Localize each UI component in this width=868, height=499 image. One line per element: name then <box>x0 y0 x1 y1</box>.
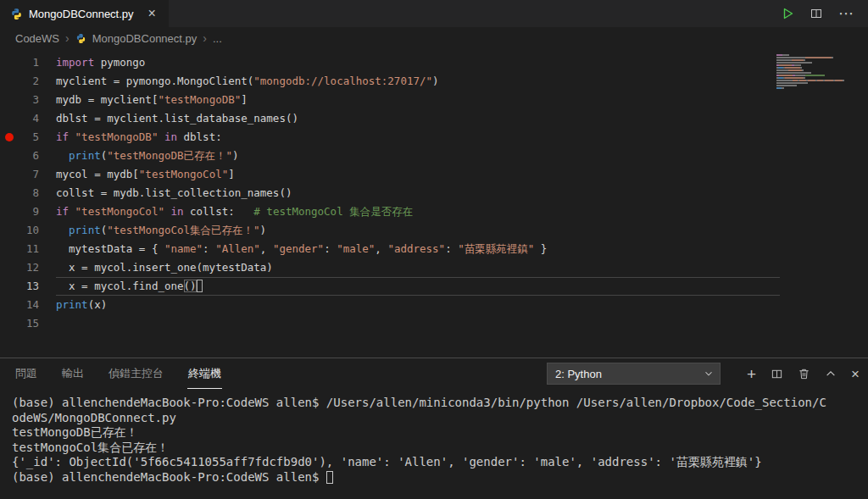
split-editor-button[interactable] <box>810 7 823 20</box>
new-terminal-button[interactable]: + <box>747 366 756 382</box>
vscode-window: MongoDBConnect.py × ⋯ CodeWS › MongoDBCo… <box>0 0 868 499</box>
line-gutter[interactable]: 7 <box>0 165 56 184</box>
code-token: collst = mydb.list_collection_names() <box>56 186 292 199</box>
line-gutter[interactable]: 8 <box>0 184 56 202</box>
code-line-text[interactable]: x = mycol.find_one() <box>56 277 780 296</box>
code-token: "testMongoCol" <box>75 205 164 218</box>
tab-close-icon[interactable]: × <box>148 7 156 20</box>
kill-terminal-button[interactable] <box>798 367 810 380</box>
line-gutter[interactable]: 14 <box>0 296 56 314</box>
code-line-text[interactable]: mydb = myclient["testMongoDB"] <box>56 91 780 109</box>
code-line-8[interactable]: 8collst = mydb.list_collection_names() <box>0 184 868 202</box>
terminal-picker-dropdown[interactable]: 2: Python <box>547 363 721 385</box>
line-gutter[interactable]: 11 <box>0 240 56 258</box>
code-token: ] <box>228 168 235 180</box>
maximize-panel-button[interactable] <box>825 368 837 380</box>
code-line-4[interactable]: 4dblst = myclient.list_database_names() <box>0 109 868 128</box>
terminal-output[interactable]: (base) allenchendeMacBook-Pro:CodeWS all… <box>0 389 868 485</box>
breadcrumb-item-file[interactable]: MongoDBConnect.py <box>92 32 198 45</box>
code-line-text[interactable]: x = mycol.insert_one(mytestData) <box>56 258 780 277</box>
code-line-text[interactable]: myclient = pymongo.MongoClient("mongodb:… <box>56 72 780 91</box>
line-gutter[interactable]: 13 <box>0 277 56 296</box>
panel-tab-debug-console[interactable]: 偵錯主控台 <box>108 358 164 389</box>
code-line-text[interactable]: print("testMongoCol集合已存在！") <box>56 221 780 240</box>
code-token: ) <box>232 149 239 162</box>
line-number: 4 <box>32 112 39 125</box>
more-actions-button[interactable]: ⋯ <box>838 4 854 23</box>
line-gutter[interactable]: 12 <box>0 258 56 277</box>
line-gutter[interactable]: 5 <box>0 128 56 147</box>
panel-tab-terminal[interactable]: 終端機 <box>187 358 222 389</box>
code-token: } <box>534 242 547 255</box>
editor-tab-bar: MongoDBConnect.py × ⋯ <box>0 0 868 27</box>
code-line-15[interactable]: 15 <box>0 314 868 333</box>
panel-tab-problems[interactable]: 問題 <box>14 358 38 389</box>
line-number: 11 <box>26 242 39 255</box>
minimap-line <box>776 59 861 61</box>
line-gutter[interactable]: 10 <box>0 221 56 240</box>
code-line-text[interactable]: mytestData = { "name": "Allen", "gender"… <box>56 240 780 258</box>
minimap-line <box>776 72 861 74</box>
code-token: mydb = myclient[ <box>56 93 158 106</box>
tab-mongodbconnect[interactable]: MongoDBConnect.py × <box>0 0 170 27</box>
code-line-11[interactable]: 11 mytestData = { "name": "Allen", "gend… <box>0 240 868 258</box>
split-terminal-button[interactable] <box>771 368 783 380</box>
code-line-text[interactable]: mycol = mydb["testMongoCol"] <box>56 165 780 184</box>
code-editor[interactable]: 1import pymongo2myclient = pymongo.Mongo… <box>0 49 868 358</box>
breadcrumb-item-folder[interactable]: CodeWS <box>15 32 59 45</box>
line-gutter[interactable]: 4 <box>0 109 56 128</box>
breakpoint-icon[interactable] <box>5 133 14 141</box>
breadcrumb-item-more[interactable]: ... <box>213 32 222 45</box>
code-line-text[interactable]: import pymongo <box>56 53 780 72</box>
code-token: , <box>260 242 273 255</box>
line-gutter[interactable]: 2 <box>0 72 56 91</box>
code-token: ) <box>432 75 439 87</box>
code-line-7[interactable]: 7mycol = mydb["testMongoCol"] <box>0 165 868 184</box>
close-panel-button[interactable]: × <box>851 367 860 381</box>
code-line-text[interactable]: if "testMongoCol" in collst: # testMongo… <box>56 202 780 221</box>
code-token: "testMongoDB" <box>158 93 241 106</box>
line-gutter[interactable]: 9 <box>0 202 56 221</box>
code-line-12[interactable]: 12 x = mycol.insert_one(mytestData) <box>0 258 868 277</box>
code-token: "Allen" <box>215 242 260 255</box>
code-line-3[interactable]: 3mydb = myclient["testMongoDB"] <box>0 91 868 109</box>
code-line-6[interactable]: 6 print("testMongoDB已存在！") <box>0 147 868 165</box>
run-button[interactable] <box>781 7 794 20</box>
code-line-text[interactable]: collst = mydb.list_collection_names() <box>56 184 780 202</box>
line-gutter[interactable]: 3 <box>0 91 56 109</box>
code-token: mycol = mydb[ <box>56 168 139 180</box>
line-gutter[interactable]: 15 <box>0 314 56 333</box>
minimap-line <box>776 82 861 84</box>
code-line-1[interactable]: 1import pymongo <box>0 53 868 72</box>
code-line-13[interactable]: 13 x = mycol.find_one() <box>0 277 868 296</box>
code-token: mytestData = { <box>56 242 164 255</box>
bottom-panel: 問題輸出偵錯主控台終端機 2: Python + <box>0 358 868 499</box>
line-gutter[interactable]: 6 <box>0 147 56 165</box>
line-gutter[interactable]: 1 <box>0 53 56 72</box>
code-token: "address" <box>387 242 445 255</box>
code-line-text[interactable]: if "testMongoDB" in dblst: <box>56 128 780 147</box>
code-line-14[interactable]: 14print(x) <box>0 296 868 314</box>
code-line-text[interactable]: print("testMongoDB已存在！") <box>56 147 780 165</box>
code-token: # testMongoCol 集合是否存在 <box>253 205 413 218</box>
panel-tab-output[interactable]: 輸出 <box>61 358 85 389</box>
code-line-9[interactable]: 9if "testMongoCol" in collst: # testMong… <box>0 202 868 221</box>
code-token: in <box>158 130 177 143</box>
code-token: x = mycol.find_one <box>56 280 184 292</box>
code-token: : <box>203 242 215 255</box>
code-line-text[interactable] <box>56 314 780 333</box>
code-token: collst: <box>184 205 254 218</box>
code-token: ) <box>260 224 267 236</box>
terminal-picker-value: 2: Python <box>555 368 602 380</box>
code-line-5[interactable]: 5if "testMongoDB" in dblst: <box>0 128 868 147</box>
code-line-10[interactable]: 10 print("testMongoCol集合已存在！") <box>0 221 868 240</box>
code-line-2[interactable]: 2myclient = pymongo.MongoClient("mongodb… <box>0 72 868 91</box>
line-number: 3 <box>32 93 39 106</box>
code-line-text[interactable]: dblst = myclient.list_database_names() <box>56 109 780 128</box>
code-token: "male" <box>337 242 375 255</box>
code-line-text[interactable]: print(x) <box>56 296 780 314</box>
minimap[interactable] <box>776 54 861 92</box>
line-number: 13 <box>26 280 39 292</box>
code-token: "苗栗縣苑裡鎮" <box>458 242 534 255</box>
panel-actions: 2: Python + × <box>547 363 860 385</box>
